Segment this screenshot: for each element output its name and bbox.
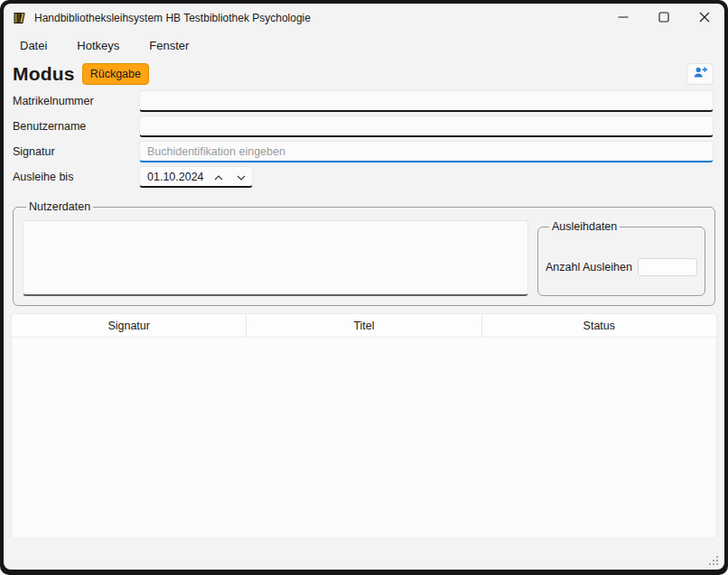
minimize-icon (618, 12, 629, 25)
ausleihe-bis-label: Ausleihe bis (13, 171, 139, 183)
date-decrement-button[interactable] (229, 167, 252, 186)
nutzerdaten-group: Nutzerdaten Ausleihdaten Anzahl Ausleihe… (13, 200, 715, 306)
signatur-input[interactable] (139, 141, 714, 162)
chevron-down-icon (237, 170, 246, 183)
maximize-icon (658, 12, 669, 25)
mode-row: Modus Rückgabe (4, 58, 724, 85)
menubar: Datei Hotkeys Fenster (4, 32, 724, 58)
form: Matrikelnummer Benutzername Signatur Aus… (4, 90, 724, 191)
close-button[interactable] (684, 4, 724, 32)
matrikelnummer-label: Matrikelnummer (13, 95, 139, 107)
anzahl-ausleihen-input[interactable] (638, 258, 697, 276)
form-row-signatur: Signatur (4, 141, 724, 162)
resize-grip-icon[interactable] (709, 556, 719, 566)
nutzerdaten-legend: Nutzerdaten (26, 200, 93, 213)
add-user-button[interactable] (686, 63, 714, 85)
statusbar (4, 539, 724, 570)
ausleihe-bis-date-spinner[interactable]: 01.10.2024 (139, 166, 253, 188)
form-row-ausleihe-bis: Ausleihe bis 01.10.2024 (4, 166, 724, 188)
benutzername-label: Benutzername (13, 120, 139, 133)
person-add-icon (693, 66, 708, 82)
table-body (12, 338, 716, 538)
nutzerdaten-textarea[interactable] (23, 220, 528, 296)
column-header-titel[interactable]: Titel (247, 314, 481, 337)
form-row-matrikelnummer: Matrikelnummer (4, 90, 724, 112)
nutzerdaten-body: Ausleihdaten Anzahl Ausleihen (23, 220, 705, 296)
column-header-status[interactable]: Status (482, 314, 716, 337)
table-header: Signatur Titel Status (12, 314, 716, 338)
mode-badge[interactable]: Rückgabe (82, 63, 149, 85)
form-row-benutzername: Benutzername (4, 116, 724, 137)
app-window: Handbibliotheksleihsystem HB Testbibliot… (4, 4, 724, 570)
window-frame: Handbibliotheksleihsystem HB Testbibliot… (0, 0, 728, 575)
signatur-label: Signatur (13, 145, 139, 158)
books-icon (13, 11, 27, 25)
titlebar: Handbibliotheksleihsystem HB Testbibliot… (4, 4, 724, 32)
column-header-signatur[interactable]: Signatur (12, 314, 247, 337)
minimize-button[interactable] (602, 4, 643, 32)
ausleihdaten-group: Ausleihdaten Anzahl Ausleihen (537, 220, 705, 296)
ausleihdaten-legend: Ausleihdaten (549, 220, 620, 233)
benutzername-input[interactable] (139, 116, 714, 137)
mode-title: Modus (13, 63, 75, 85)
window-title: Handbibliotheksleihsystem HB Testbibliot… (34, 12, 311, 24)
date-value: 01.10.2024 (140, 171, 207, 183)
close-icon (699, 12, 710, 25)
maximize-button[interactable] (643, 4, 684, 32)
anzahl-ausleihen-row: Anzahl Ausleihen (546, 258, 697, 276)
menu-item-datei[interactable]: Datei (20, 39, 47, 52)
anzahl-ausleihen-label: Anzahl Ausleihen (546, 261, 638, 274)
chevron-up-icon (214, 170, 223, 183)
loans-table: Signatur Titel Status (11, 313, 717, 539)
date-increment-button[interactable] (207, 167, 229, 186)
menu-item-fenster[interactable]: Fenster (149, 39, 189, 52)
caption-buttons (602, 4, 724, 32)
matrikelnummer-input[interactable] (139, 90, 714, 112)
menu-item-hotkeys[interactable]: Hotkeys (77, 39, 119, 52)
